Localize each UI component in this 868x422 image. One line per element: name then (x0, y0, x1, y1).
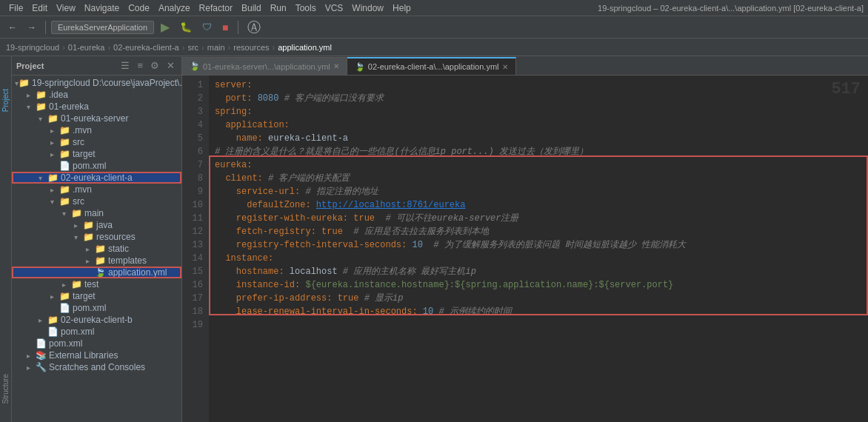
sidebar-title: Project (16, 61, 116, 70)
tree-root-label: 19-springcloud D:\course\javaProject\... (32, 78, 181, 88)
code-line-7: eureka: (215, 158, 862, 172)
tree-clienta-templates[interactable]: ▸ 📁 templates (12, 255, 181, 267)
code-line-11: register-with-eureka: true # 可以不往eureka-… (215, 212, 862, 225)
code-line-1: server: (215, 78, 862, 92)
tree-clienta-test[interactable]: ▸ 📁 test (12, 278, 181, 290)
tree-01eurekaserver-mvn[interactable]: ▸ 📁 .mvn (12, 124, 181, 136)
tree-clienta-src-label: src (73, 196, 84, 207)
debug-button[interactable]: 🐛 (176, 20, 196, 34)
run-button[interactable]: ▶ (157, 19, 173, 36)
code-editor[interactable]: 1 2 3 4 5 6 7 8 9 10 11 12 13 14 15 16 1… (182, 76, 868, 422)
tree-clienta-src[interactable]: ▾ 📁 src (12, 195, 181, 207)
menubar-item-edit[interactable]: Edit (27, 3, 52, 13)
yaml-file-icon: 🍃 (95, 267, 106, 278)
sidebar-header: Project ☰ ≡ ⚙ ✕ (12, 56, 181, 76)
code-line-17: prefer-ip-address: true # 显示ip (215, 292, 862, 305)
tree-clienta-applicationyml[interactable]: 🍃 application.yml (12, 267, 181, 278)
clienta-java-icon: 📁 (83, 220, 94, 230)
menubar-item-file[interactable]: File (4, 3, 27, 13)
code-line-5: name: eureka-client-a (215, 132, 862, 145)
code-line-3: spring: (215, 105, 862, 118)
breadcrumb-item-3[interactable]: src (187, 43, 198, 52)
tree-clienta-pom-label: pom.xml (73, 303, 106, 313)
tree-clienta-resources-label: resources (96, 232, 136, 242)
tree-eureka-pom[interactable]: 📄 pom.xml (12, 326, 181, 338)
tree-01eurekaserver-target[interactable]: ▸ 📁 target (12, 148, 181, 160)
toolbar: ← → EurekaServerApplication ▶ 🐛 🛡 ■ Ⓐ (0, 16, 868, 38)
tree-clienta-target2[interactable]: ▸ 📁 target (12, 290, 181, 302)
tree-clienta-static-label: static (108, 244, 129, 254)
menubar-item-help[interactable]: Help (388, 3, 415, 13)
code-line-2: port: 8080 # 客户端的端口没有要求 (215, 92, 862, 105)
breadcrumb-item-6[interactable]: application.yml (278, 43, 332, 52)
tree-idea[interactable]: ▸ 📁 .idea (12, 89, 181, 101)
menubar-item-navigate[interactable]: Navigate (80, 3, 124, 13)
tree-clienta-java[interactable]: ▸ 📁 java (12, 219, 181, 231)
menubar-item-tools[interactable]: Tools (291, 3, 321, 13)
main-layout: Project Structure Project ☰ ≡ ⚙ ✕ ▾ 📁 19… (0, 56, 868, 422)
clienta-main-icon: 📁 (71, 208, 82, 218)
breadcrumb-item-1[interactable]: 01-eureka (68, 43, 105, 52)
tab-0[interactable]: 🍃 01-eureka-server\...\application.yml ✕ (182, 57, 347, 75)
code-content[interactable]: server: port: 8080 # 客户端的端口没有要求 spring: … (209, 76, 868, 422)
menubar-item-window[interactable]: Window (347, 3, 388, 13)
mvn-folder-icon: 📁 (59, 125, 70, 135)
code-line-16: instance-id: ${eureka.instance.hostname}… (215, 278, 862, 292)
tab-1-label: 02-eureka-client-a\...\application.yml (368, 62, 499, 71)
tab-0-close[interactable]: ✕ (333, 62, 339, 70)
tree-clienta-static[interactable]: ▸ 📁 static (12, 243, 181, 255)
tree-clienta-target2-label: target (73, 291, 96, 301)
menubar-item-run[interactable]: Run (266, 3, 291, 13)
back-button[interactable]: ← (4, 21, 21, 34)
menubar-item-refactor[interactable]: Refactor (195, 3, 237, 13)
menubar-item-analyze[interactable]: Analyze (154, 3, 195, 13)
run-config-dropdown[interactable]: EurekaServerApplication (51, 21, 154, 34)
tree-01eurekaserver-src[interactable]: ▸ 📁 src (12, 136, 181, 148)
tree-01eureka[interactable]: ▾ 📁 01-eureka (12, 101, 181, 113)
left-panel-toggle: Project Structure (0, 56, 12, 422)
menubar: File Edit View Navigate Code Analyze Ref… (0, 0, 868, 16)
sidebar-icon-collapse[interactable]: ≡ (135, 59, 145, 72)
coverage-button[interactable]: 🛡 (198, 20, 216, 34)
tree-clienta-java-label: java (96, 220, 113, 230)
breadcrumb-item-5[interactable]: resources (233, 43, 269, 52)
structure-toggle[interactable]: Structure (0, 371, 11, 407)
tree-clienta-pom[interactable]: 📄 pom.xml (12, 302, 181, 314)
toolbar-separator-1 (45, 21, 46, 34)
tree-clienta-mvn[interactable]: ▸ 📁 .mvn (12, 184, 181, 195)
code-line-15: hostname: localhost # 应用的主机名称 最好写主机ip (215, 265, 862, 278)
code-line-8: client: # 客户端的相关配置 (215, 172, 862, 185)
breadcrumb-item-2[interactable]: 02-eureka-client-a (113, 43, 179, 52)
sidebar-icon-expand[interactable]: ☰ (118, 59, 132, 72)
tree-root-pom[interactable]: 📄 pom.xml (12, 338, 181, 349)
tree-clienta-resources[interactable]: ▾ 📁 resources (12, 231, 181, 243)
breadcrumb-item-0[interactable]: 19-springcloud (6, 43, 59, 52)
tree-01eurekaserver[interactable]: ▾ 📁 01-eureka-server (12, 113, 181, 124)
code-line-19 (215, 318, 862, 332)
menubar-item-code[interactable]: Code (124, 3, 154, 13)
sidebar-icon-close[interactable]: ✕ (164, 59, 177, 72)
menubar-item-view[interactable]: View (52, 3, 80, 13)
tab-1-close[interactable]: ✕ (502, 63, 508, 71)
tab-1[interactable]: 🍃 02-eureka-client-a\...\application.yml… (347, 57, 516, 75)
clienta-target2-icon: 📁 (59, 291, 70, 301)
tree-01eurekaserver-label: 01-eureka-server (61, 113, 128, 124)
tree-scratches[interactable]: ▸ 🔧 Scratches and Consoles (12, 361, 181, 373)
code-line-14: instance: (215, 252, 862, 265)
tree-external-libraries[interactable]: ▸ 📚 External Libraries (12, 349, 181, 361)
project-toggle[interactable]: Project (0, 86, 11, 115)
tree-01eurekaserver-pom[interactable]: 📄 pom.xml (12, 160, 181, 172)
tree-01eureka-label: 01-eureka (49, 101, 89, 112)
tree-root[interactable]: ▾ 📁 19-springcloud D:\course\javaProject… (12, 77, 181, 89)
sidebar-icon-settings[interactable]: ⚙ (148, 59, 161, 72)
tree-clienta-templates-label: templates (108, 255, 147, 266)
tree-02eurekaclientb[interactable]: ▸ 📁 02-eureka-client-b (12, 314, 181, 326)
breadcrumb-item-4[interactable]: main (207, 43, 225, 52)
tree-02eurekaclienta[interactable]: ▾ 📁 02-eureka-client-a (12, 172, 181, 184)
toolbar-separator-2 (238, 21, 238, 34)
stop-button[interactable]: ■ (218, 20, 232, 35)
forward-button[interactable]: → (24, 21, 40, 34)
tree-clienta-main[interactable]: ▾ 📁 main (12, 207, 181, 219)
menubar-item-vcs[interactable]: VCS (321, 3, 348, 13)
menubar-item-build[interactable]: Build (237, 3, 266, 13)
